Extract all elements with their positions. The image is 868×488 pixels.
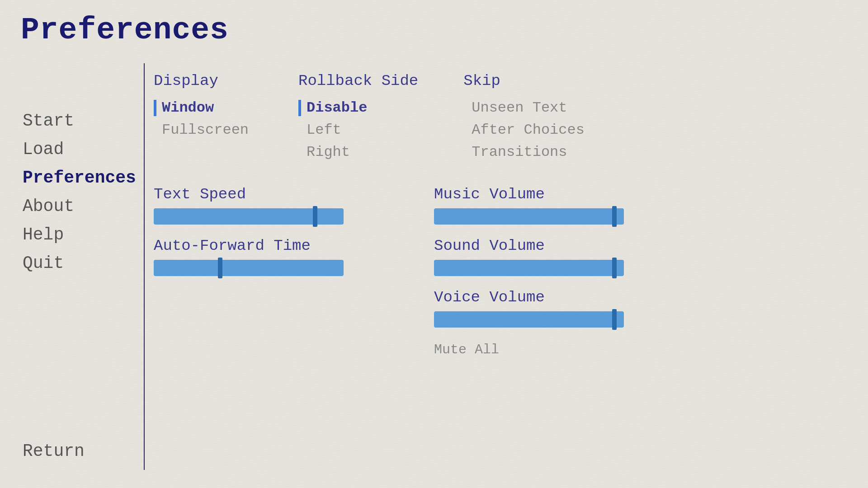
voice-volume-thumb[interactable]	[612, 309, 617, 330]
rollback-side-title: Rollback Side	[298, 72, 418, 89]
music-volume-slider[interactable]	[434, 208, 624, 225]
sidebar-item-quit[interactable]: Quit	[23, 251, 140, 276]
display-option-fullscreen[interactable]: Fullscreen	[154, 119, 280, 141]
sidebar: Start Load Preferences About Help Quit	[0, 63, 140, 488]
sliders-right: Music Volume Sound Volume Voice Volume M…	[434, 186, 660, 359]
auto-forward-group: Auto-Forward Time	[154, 237, 380, 276]
sidebar-item-preferences[interactable]: Preferences	[23, 165, 140, 190]
sidebar-item-about[interactable]: About	[23, 194, 140, 219]
window-indicator	[154, 100, 156, 116]
skip-option-transitions[interactable]: Transitions	[463, 141, 608, 163]
display-title: Display	[154, 72, 280, 89]
skip-option-after-choices[interactable]: After Choices	[463, 119, 608, 141]
skip-option-unseen-text[interactable]: Unseen Text	[463, 97, 608, 119]
rollback-option-right[interactable]: Right	[298, 141, 418, 163]
voice-volume-group: Voice Volume	[434, 289, 660, 328]
options-row: Display Window Fullscreen Rollback Side …	[154, 72, 841, 163]
auto-forward-label: Auto-Forward Time	[154, 237, 380, 254]
sidebar-divider	[144, 63, 145, 470]
auto-forward-thumb[interactable]	[218, 258, 222, 278]
voice-volume-label: Voice Volume	[434, 289, 660, 306]
disable-indicator	[298, 100, 301, 116]
main-content: Display Window Fullscreen Rollback Side …	[154, 63, 841, 470]
music-volume-group: Music Volume	[434, 186, 660, 225]
sidebar-item-load[interactable]: Load	[23, 137, 140, 162]
text-speed-slider[interactable]	[154, 208, 344, 225]
text-speed-label: Text Speed	[154, 186, 380, 203]
sound-volume-group: Sound Volume	[434, 237, 660, 276]
text-speed-group: Text Speed	[154, 186, 380, 225]
sliders-left: Text Speed Auto-Forward Time	[154, 186, 380, 359]
mute-all-button[interactable]: Mute All	[434, 340, 660, 359]
sound-volume-slider[interactable]	[434, 260, 624, 276]
return-button[interactable]: Return	[23, 441, 85, 461]
page-title: Preferences	[21, 13, 229, 47]
sidebar-item-help[interactable]: Help	[23, 222, 140, 247]
display-group: Display Window Fullscreen	[154, 72, 280, 163]
sidebar-item-start[interactable]: Start	[23, 108, 140, 133]
display-option-window[interactable]: Window	[154, 97, 280, 119]
auto-forward-slider[interactable]	[154, 260, 344, 276]
text-speed-thumb[interactable]	[313, 206, 317, 227]
skip-group: Skip Unseen Text After Choices Transitio…	[463, 72, 608, 163]
music-volume-thumb[interactable]	[612, 206, 617, 227]
sliders-section: Text Speed Auto-Forward Time Music Volum…	[154, 186, 841, 359]
voice-volume-slider[interactable]	[434, 311, 624, 328]
sound-volume-thumb[interactable]	[612, 258, 617, 278]
skip-title: Skip	[463, 72, 608, 89]
rollback-side-group: Rollback Side Disable Left Right	[298, 72, 418, 163]
rollback-option-left[interactable]: Left	[298, 119, 418, 141]
rollback-option-disable[interactable]: Disable	[298, 97, 418, 119]
music-volume-label: Music Volume	[434, 186, 660, 203]
sound-volume-label: Sound Volume	[434, 237, 660, 254]
